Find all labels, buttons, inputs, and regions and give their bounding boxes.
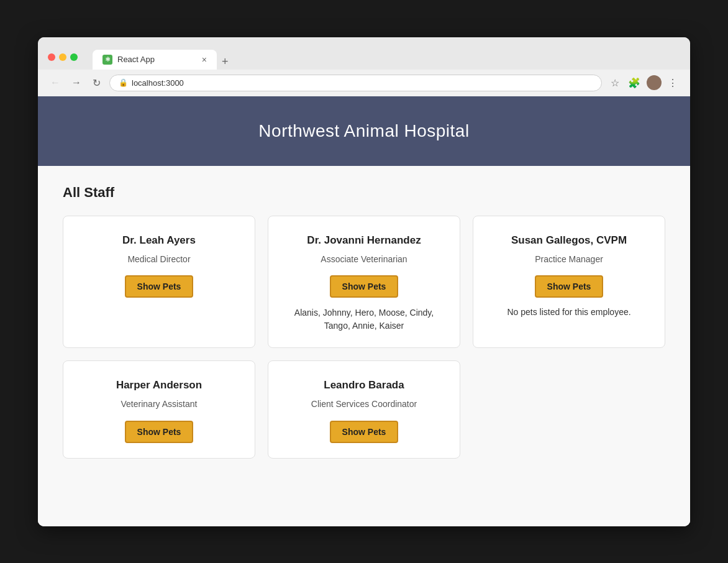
browser-chrome: ⚛ React App × + ← → ↻ 🔒 localhost:3000 ☆… xyxy=(38,37,690,96)
tab-favicon: ⚛ xyxy=(102,55,112,65)
staff-grid-top: Dr. Leah Ayers Medical Director Show Pet… xyxy=(63,216,665,349)
browser-window: ⚛ React App × + ← → ↻ 🔒 localhost:3000 ☆… xyxy=(38,37,690,526)
staff-card-jovanni-hernandez: Dr. Jovanni Hernandez Associate Veterina… xyxy=(268,216,460,349)
staff-title-leah-ayers: Medical Director xyxy=(127,254,190,266)
app-title: Northwest Animal Hospital xyxy=(50,121,678,141)
staff-title-jovanni-hernandez: Associate Veterinarian xyxy=(321,254,407,266)
extensions-button[interactable]: 🧩 xyxy=(626,75,643,91)
staff-grid-bottom: Harper Anderson Veterinary Assistant Sho… xyxy=(63,360,665,459)
section-title: All Staff xyxy=(63,185,665,201)
menu-button[interactable]: ⋮ xyxy=(665,75,680,91)
url-display: localhost:3000 xyxy=(132,78,184,88)
show-pets-button-susan-gallegos[interactable]: Show Pets xyxy=(535,275,604,298)
staff-card-susan-gallegos: Susan Gallegos, CVPM Practice Manager Sh… xyxy=(473,216,665,349)
new-tab-button[interactable]: + xyxy=(217,55,234,68)
nav-bar: ← → ↻ 🔒 localhost:3000 ☆ 🧩 ⋮ xyxy=(38,70,690,96)
app-header: Northwest Animal Hospital xyxy=(38,96,690,166)
show-pets-button-jovanni-hernandez[interactable]: Show Pets xyxy=(330,275,399,298)
staff-name-jovanni-hernandez: Dr. Jovanni Hernandez xyxy=(307,234,421,247)
show-pets-button-leah-ayers[interactable]: Show Pets xyxy=(125,275,194,298)
tab-title: React App xyxy=(117,55,155,64)
forward-button[interactable]: → xyxy=(69,75,84,91)
pets-list-jovanni-hernandez: Alanis, Johnny, Hero, Moose, Cindy, Tang… xyxy=(281,306,447,332)
staff-title-leandro-barada: Client Services Coordinator xyxy=(311,398,417,411)
tab-close-button[interactable]: × xyxy=(202,55,207,65)
staff-name-susan-gallegos: Susan Gallegos, CVPM xyxy=(511,234,627,247)
staff-title-harper-anderson: Veterinary Assistant xyxy=(121,398,198,411)
show-pets-button-leandro-barada[interactable]: Show Pets xyxy=(330,421,399,443)
back-button[interactable]: ← xyxy=(48,75,63,91)
active-tab[interactable]: ⚛ React App × xyxy=(93,50,217,70)
app-content: Northwest Animal Hospital All Staff Dr. … xyxy=(38,96,690,526)
lock-icon: 🔒 xyxy=(119,78,128,87)
staff-name-harper-anderson: Harper Anderson xyxy=(116,378,202,392)
app-main: All Staff Dr. Leah Ayers Medical Directo… xyxy=(38,166,690,526)
title-bar: ⚛ React App × + xyxy=(38,37,690,70)
show-pets-button-harper-anderson[interactable]: Show Pets xyxy=(125,421,194,443)
no-pets-susan-gallegos: No pets listed for this employee. xyxy=(507,306,630,319)
staff-card-harper-anderson: Harper Anderson Veterinary Assistant Sho… xyxy=(63,360,255,459)
nav-actions: ☆ 🧩 ⋮ xyxy=(608,75,680,91)
maximize-traffic-light[interactable] xyxy=(70,53,78,61)
close-traffic-light[interactable] xyxy=(48,53,55,61)
bookmark-button[interactable]: ☆ xyxy=(608,75,622,91)
staff-name-leah-ayers: Dr. Leah Ayers xyxy=(122,234,196,247)
tab-bar: ⚛ React App × + xyxy=(93,50,234,70)
staff-title-susan-gallegos: Practice Manager xyxy=(535,254,603,266)
staff-card-leah-ayers: Dr. Leah Ayers Medical Director Show Pet… xyxy=(63,216,255,349)
address-bar[interactable]: 🔒 localhost:3000 xyxy=(109,75,602,91)
minimize-traffic-light[interactable] xyxy=(59,53,66,61)
staff-name-leandro-barada: Leandro Barada xyxy=(324,378,404,392)
staff-card-leandro-barada: Leandro Barada Client Services Coordinat… xyxy=(268,360,460,459)
traffic-lights xyxy=(48,53,78,61)
reload-button[interactable]: ↻ xyxy=(90,75,103,91)
profile-button[interactable] xyxy=(647,75,662,90)
